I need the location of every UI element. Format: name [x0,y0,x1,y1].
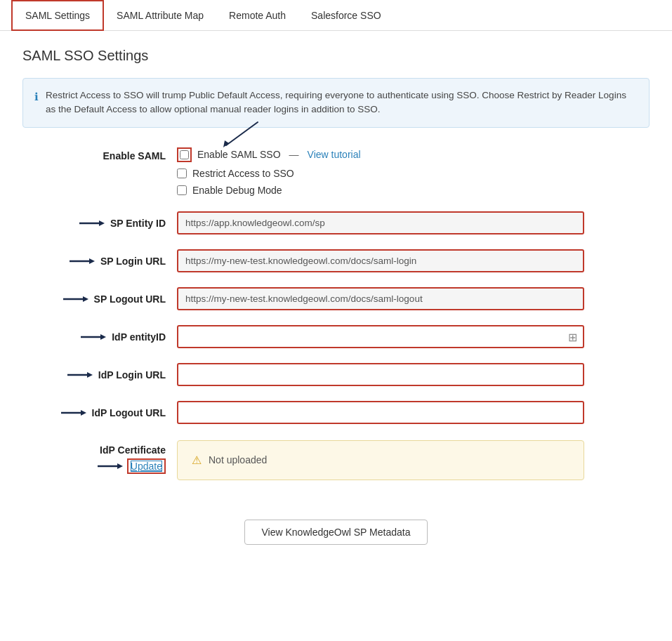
restrict-access-checkbox[interactable] [177,168,187,178]
update-button[interactable]: Update [131,461,162,472]
idp-logout-url-label: IdP Logout URL [22,407,177,418]
idp-logout-url-control [177,401,584,424]
checkbox-group: Enable SAML SSO — View tutorial Restrict… [177,147,584,196]
idp-logout-url-row: IdP Logout URL [22,399,650,426]
debug-mode-label: Enable Debug Mode [192,185,282,196]
sp-logout-url-label: SP Logout URL [22,293,177,305]
arrow-icon [63,294,88,304]
arrow-icon [98,461,123,471]
sp-entity-id-row: SP Entity ID [22,210,650,237]
table-icon: ⊞ [568,330,577,343]
arrow-icon [79,218,105,228]
info-text: Restrict Access to SSO will trump Public… [46,88,638,117]
sp-logout-url-input[interactable] [177,287,584,310]
not-uploaded-text: Not uploaded [209,454,267,465]
enable-saml-label: Enable SAML [22,147,177,161]
debug-mode-checkbox[interactable] [177,185,187,195]
enable-saml-sso-label: Enable SAML SSO [197,149,281,160]
svg-marker-1 [223,140,229,147]
tab-saml-attribute-map[interactable]: SAML Attribute Map [104,1,216,29]
restrict-access-label: Restrict Access to SSO [192,168,294,179]
tab-saml-settings[interactable]: SAML Settings [11,0,104,31]
svg-marker-9 [100,334,106,340]
enable-saml-sso-checkbox[interactable] [180,150,189,159]
debug-mode-row: Enable Debug Mode [177,185,584,196]
idp-certificate-label: IdP Certificate Update [22,440,177,474]
info-icon: ℹ [34,89,39,105]
arrow-icon [67,370,93,380]
tab-salesforce-sso[interactable]: Salesforce SSO [298,1,394,29]
sp-login-url-input[interactable] [177,249,584,272]
enable-saml-controls: Enable SAML SSO — View tutorial Restrict… [177,147,584,196]
metadata-button-wrapper: View KnowledgeOwl SP Metadata [22,503,650,545]
sp-logout-url-row: SP Logout URL [22,286,650,312]
idp-certificate-row: IdP Certificate Update ⚠ Not uploaded [22,437,650,480]
info-box: ℹ Restrict Access to SSO will trump Publ… [22,78,650,128]
sp-login-url-label: SP Login URL [22,256,177,267]
restrict-access-row: Restrict Access to SSO [177,168,584,179]
view-tutorial-link[interactable]: View tutorial [308,149,361,160]
sp-entity-id-control [177,211,584,234]
form-section: Enable SAML Enable SAML SSO — View tuto [22,147,650,545]
sp-logout-url-control [177,287,584,310]
svg-marker-11 [87,372,93,378]
idp-logout-url-input[interactable] [177,401,584,424]
arrow-icon [81,332,106,342]
idp-entity-id-label: IdP entityID [22,331,177,343]
idp-entity-id-input[interactable] [177,325,584,348]
svg-marker-3 [99,220,105,226]
warning-icon: ⚠ [192,454,202,467]
enable-saml-sso-checkbox-box [177,147,192,162]
idp-certificate-control: ⚠ Not uploaded [177,440,584,480]
idp-login-url-control [177,363,584,386]
enable-saml-row: Enable SAML Enable SAML SSO — View tuto [22,147,650,196]
view-metadata-button[interactable]: View KnowledgeOwl SP Metadata [244,520,428,545]
idp-entity-id-row: IdP entityID ⊞ [22,324,650,350]
svg-marker-15 [117,463,123,469]
separator: — [289,149,299,160]
idp-login-url-input[interactable] [177,363,584,386]
enable-saml-sso-row: Enable SAML SSO — View tutorial [177,147,584,162]
update-link-wrapper: Update [127,458,166,474]
svg-marker-7 [83,296,88,302]
sp-entity-id-label: SP Entity ID [22,218,177,229]
svg-marker-5 [89,258,95,264]
idp-login-url-label: IdP Login URL [22,369,177,381]
arrow-icon [70,256,95,266]
page-title: SAML SSO Settings [22,48,650,64]
certificate-status-box: ⚠ Not uploaded [177,440,584,480]
sp-login-url-control [177,249,584,272]
sp-entity-id-input[interactable] [177,211,584,234]
sp-login-url-row: SP Login URL [22,248,650,275]
idp-login-url-row: IdP Login URL [22,362,650,388]
page-content: SAML SSO Settings ℹ Restrict Access to S… [0,31,672,562]
idp-entity-id-control: ⊞ [177,325,584,348]
tabs-bar: SAML Settings SAML Attribute Map Remote … [0,0,672,31]
svg-marker-13 [81,410,86,416]
arrow-icon [61,408,86,418]
tab-remote-auth[interactable]: Remote Auth [216,1,298,29]
